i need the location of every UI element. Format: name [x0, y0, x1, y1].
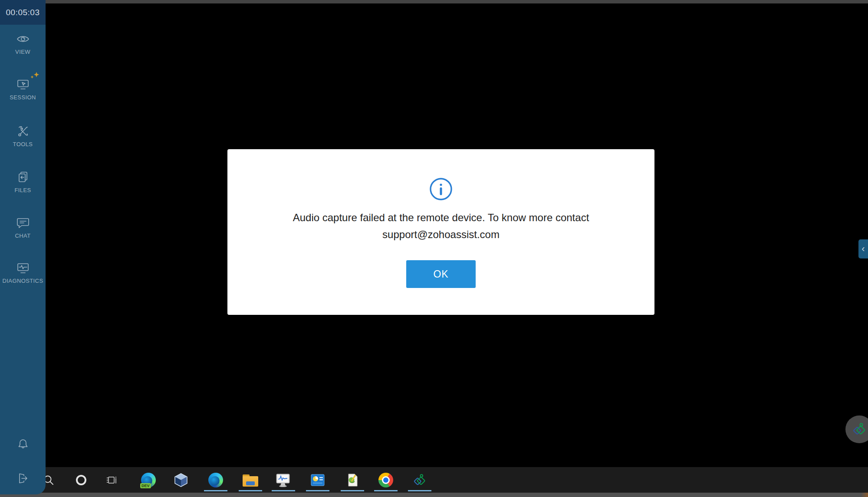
- taskbar-chrome-button[interactable]: [378, 467, 393, 493]
- running-indicator: [272, 490, 295, 491]
- screen-corner-fragment: [861, 493, 868, 497]
- eye-icon: [0, 32, 46, 46]
- running-indicator: [306, 490, 329, 491]
- chat-bubble-icon: [0, 216, 46, 230]
- sidebar-item-tools[interactable]: TOOLS: [0, 124, 46, 147]
- audio-capture-failed-dialog: Audio capture failed at the remote devic…: [227, 149, 654, 315]
- sidebar-item-files[interactable]: FILES: [0, 170, 46, 193]
- running-indicator: [374, 490, 398, 491]
- dev-badge: DEV: [140, 483, 151, 488]
- zoho-assist-floating-button[interactable]: [845, 415, 868, 443]
- running-indicator: [204, 490, 227, 491]
- sidebar-item-view[interactable]: VIEW: [0, 32, 46, 55]
- assist-sidebar: 00:05:03 VIEW SESSION TOOLS FILES: [0, 0, 46, 494]
- virtualbox-icon: [174, 473, 188, 487]
- windows-taskbar: DEV: [0, 467, 868, 493]
- taskbar-notepad-plus-plus-button[interactable]: [345, 467, 360, 493]
- running-indicator: [341, 490, 364, 491]
- zoho-assist-logo-icon: [852, 422, 867, 437]
- taskbar-edge-button[interactable]: [208, 467, 223, 493]
- taskbar-edge-dev-button[interactable]: DEV: [141, 467, 156, 493]
- taskbar-task-manager-button[interactable]: [311, 467, 325, 493]
- edge-dev-icon: DEV: [141, 473, 156, 487]
- running-indicator: [408, 490, 431, 491]
- remote-screen-top-edge: [0, 0, 868, 3]
- file-transfer-icon: [0, 170, 46, 185]
- logout-icon: [16, 472, 30, 485]
- sidebar-item-label: VIEW: [0, 49, 46, 55]
- session-timer-value: 00:05:03: [6, 8, 40, 17]
- edge-icon: [208, 473, 223, 487]
- collapsed-panel-toggle[interactable]: ‹: [858, 239, 868, 258]
- taskbar-file-explorer-button[interactable]: [243, 467, 258, 493]
- performance-monitor-icon: [276, 473, 291, 487]
- end-session-button[interactable]: [0, 472, 46, 485]
- remote-screen-bottom-edge: [0, 493, 868, 497]
- sidebar-item-label: FILES: [0, 187, 46, 193]
- taskbar-task-view-button[interactable]: [106, 467, 118, 493]
- notifications-bell-button[interactable]: [0, 438, 46, 451]
- ok-button[interactable]: OK: [406, 260, 476, 288]
- sidebar-item-label: SESSION: [0, 94, 46, 101]
- dialog-message: Audio capture failed at the remote devic…: [272, 209, 610, 243]
- cortana-icon: [76, 475, 86, 485]
- diagnostics-monitor-icon: [0, 261, 46, 275]
- taskbar-performance-monitor-button[interactable]: [276, 467, 291, 493]
- sparkles-icon: [29, 71, 40, 84]
- chrome-icon: [378, 473, 393, 487]
- session-timer: 00:05:03: [0, 0, 46, 25]
- task-manager-icon: [311, 474, 325, 486]
- tools-icon: [0, 124, 46, 139]
- bell-icon: [17, 438, 29, 451]
- zoho-assist-icon: [412, 473, 427, 487]
- sidebar-item-diagnostics[interactable]: DIAGNOSTICS: [0, 261, 46, 284]
- running-indicator: [239, 490, 262, 491]
- sidebar-item-label: CHAT: [0, 232, 46, 239]
- sidebar-item-chat[interactable]: CHAT: [0, 216, 46, 239]
- file-explorer-icon: [243, 474, 258, 487]
- taskbar-cortana-button[interactable]: [76, 467, 87, 493]
- sidebar-item-session[interactable]: SESSION: [0, 77, 46, 101]
- info-icon: [429, 177, 453, 203]
- taskbar-virtualbox-button[interactable]: [174, 467, 188, 493]
- notepad-plus-plus-icon: [345, 473, 360, 487]
- chevron-left-icon: ‹: [861, 243, 865, 255]
- sidebar-item-label: TOOLS: [0, 141, 46, 147]
- task-view-icon: [106, 474, 118, 486]
- session-monitor-icon: [0, 77, 46, 92]
- taskbar-zoho-assist-button[interactable]: [412, 467, 427, 493]
- sidebar-item-label: DIAGNOSTICS: [0, 278, 46, 284]
